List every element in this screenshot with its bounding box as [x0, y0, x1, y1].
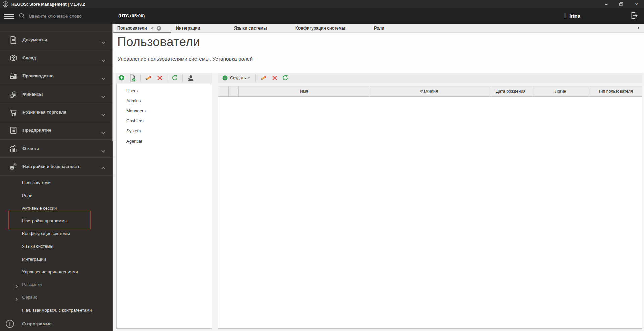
chevron-down-icon: [101, 94, 105, 98]
column-header-first-name[interactable]: Имя: [239, 86, 369, 96]
sidebar-item-warehouse[interactable]: Склад: [0, 49, 113, 67]
sidebar-item-retail[interactable]: Розничная торговля: [0, 103, 113, 121]
sidebar-scrollbar[interactable]: [112, 24, 113, 331]
sidebar-subitem-app-management[interactable]: Управление приложениями: [0, 265, 113, 278]
pin-icon[interactable]: [150, 26, 154, 31]
delete-user-button[interactable]: [270, 73, 280, 83]
chevron-down-icon: [101, 112, 105, 116]
sidebar-item-finance[interactable]: Финансы: [0, 85, 113, 103]
chevron-down-icon: [101, 130, 105, 134]
add-group-button[interactable]: [116, 73, 127, 83]
sidebar-subitem-integrations[interactable]: Интеграции: [0, 253, 113, 265]
app-window: REGOS: Store Management | v.1.48.2 – ✕ В…: [0, 0, 644, 331]
refresh-icon: [172, 75, 178, 81]
timezone-label: (UTC+05:00): [118, 13, 145, 18]
create-user-button[interactable]: Создать ▾: [218, 73, 253, 83]
subitem-label: Конфигурация системы: [22, 231, 70, 236]
chevron-down-icon: [101, 149, 105, 152]
group-item-admins[interactable]: Admins: [117, 96, 212, 106]
sidebar-item-settings-security[interactable]: Настройки и безопасность: [0, 158, 113, 176]
tab-close-icon[interactable]: ✕: [157, 26, 161, 31]
titlebar: REGOS: Store Management | v.1.48.2 – ✕: [0, 0, 644, 8]
subitem-label: Настройки программы: [22, 218, 67, 223]
sidebar-subitem-active-sessions[interactable]: Активные сессии: [0, 202, 113, 214]
caret-down-icon: ▾: [248, 76, 250, 80]
logout-button[interactable]: [630, 11, 639, 20]
chevron-down-icon: [101, 58, 105, 62]
column-header-birth-date[interactable]: Дата рождения: [489, 86, 533, 96]
search-input[interactable]: Введите ключевое слово: [29, 14, 82, 19]
sidebar-subitem-mailings[interactable]: Рассылки: [0, 278, 113, 291]
close-button[interactable]: ✕: [629, 0, 644, 8]
subitem-label: Пользователи: [22, 180, 51, 185]
sidebar-subitem-users[interactable]: Пользователи: [0, 176, 113, 189]
sidebar-item-label: Настройки и безопасность: [22, 164, 81, 169]
tab-system-configuration[interactable]: Конфигурация системы: [295, 24, 346, 33]
chevron-down-icon: [101, 76, 105, 80]
tab-label: Интеграции: [176, 26, 200, 31]
chevron-right-icon: [15, 285, 18, 288]
sidebar-item-about[interactable]: О программе: [0, 316, 113, 331]
tab-label: Пользователи: [117, 26, 147, 31]
tab-roles[interactable]: Роли: [374, 24, 384, 33]
minimize-button[interactable]: –: [599, 0, 614, 8]
chevron-up-icon: [101, 167, 105, 170]
sidebar-subitem-system-languages[interactable]: Языки системы: [0, 240, 113, 253]
gears-icon: [9, 162, 18, 171]
regos-logo-icon: [3, 1, 8, 7]
sidebar-item-reports[interactable]: Отчеты: [0, 140, 113, 158]
refresh-groups-button[interactable]: [169, 73, 180, 83]
current-user-label[interactable]: Irina: [569, 13, 580, 19]
sidebar-item-label: Отчеты: [22, 146, 39, 151]
restore-icon: [619, 2, 623, 6]
sidebar-subitem-system-configuration[interactable]: Конфигурация системы: [0, 227, 113, 240]
column-header-login[interactable]: Логин: [533, 86, 589, 96]
sidebar-item-documents[interactable]: Документы: [0, 31, 113, 49]
edit-group-button[interactable]: [143, 73, 155, 83]
group-item-managers[interactable]: Managers: [117, 106, 212, 116]
tab-system-languages[interactable]: Языки системы: [234, 24, 267, 33]
column-header-user-type[interactable]: Тип пользователя: [589, 86, 642, 96]
subitem-label: Рассылки: [22, 282, 42, 287]
group-item-agentlar[interactable]: Agentlar: [117, 136, 212, 146]
chevron-right-icon: [15, 298, 18, 301]
tab-integrations[interactable]: Интеграции: [176, 24, 200, 33]
group-item-cashiers[interactable]: Cashiers: [117, 116, 212, 126]
factory-icon: [9, 72, 18, 80]
delete-group-button[interactable]: [155, 73, 165, 83]
plus-circle-icon: [222, 75, 228, 81]
hamburger-menu-icon[interactable]: [4, 14, 14, 19]
subitem-label: Интеграции: [22, 257, 46, 262]
edit-user-button[interactable]: [258, 73, 270, 83]
refresh-users-button[interactable]: [280, 73, 291, 83]
group-item-users[interactable]: Users: [117, 86, 212, 96]
restore-button[interactable]: [614, 0, 629, 8]
group-users-button[interactable]: [185, 73, 196, 83]
delete-x-icon: [157, 75, 163, 81]
tab-overflow-caret-icon[interactable]: ▾: [637, 25, 639, 30]
subitem-label: Роли: [22, 193, 32, 198]
delete-x-icon: [272, 75, 277, 81]
sidebar-subitem-service[interactable]: Сервис: [0, 291, 113, 304]
sidebar-item-enterprise[interactable]: Предприятие: [0, 121, 113, 140]
sidebar-subitem-roles[interactable]: Роли: [0, 189, 113, 202]
sidebar-subitem-initial-settlements[interactable]: Нач. взаиморасч. с контрагентами: [0, 304, 113, 316]
create-button-label: Создать: [230, 76, 246, 80]
group-item-system[interactable]: System: [117, 126, 212, 136]
subitem-label: Сервис: [22, 295, 37, 300]
edit-pencil-icon: [260, 75, 267, 81]
sidebar-subitem-program-settings[interactable]: Настройки программы: [0, 214, 113, 227]
add-child-group-button[interactable]: [127, 73, 138, 83]
subitem-label: Управление приложениями: [22, 269, 78, 274]
user-groups-panel: Users Admins Managers Cashiers System Ag…: [116, 84, 212, 329]
users-table-body-empty: [218, 97, 642, 328]
column-header-last-name[interactable]: Фамилия: [369, 86, 489, 96]
person-icon: [187, 75, 194, 81]
column-header-selector[interactable]: [218, 86, 229, 96]
logout-icon: [630, 11, 639, 20]
sidebar-item-label: Документы: [22, 37, 47, 42]
column-header-row-indicator[interactable]: [229, 86, 239, 96]
sidebar-item-production[interactable]: Производство: [0, 67, 113, 85]
users-table: Имя Фамилия Дата рождения Логин Тип поль…: [218, 86, 642, 329]
sidebar-item-label: Склад: [22, 55, 36, 60]
